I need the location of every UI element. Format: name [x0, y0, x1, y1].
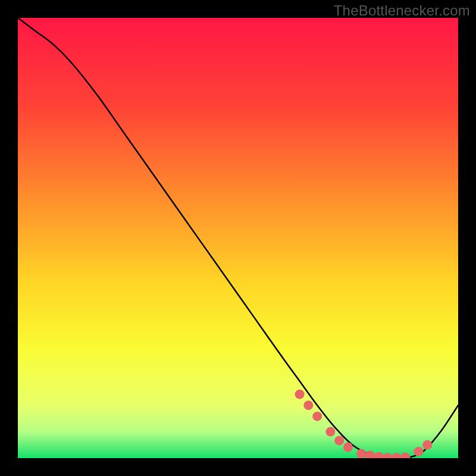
curve-marker [325, 427, 335, 437]
curve-marker [414, 447, 423, 456]
curve-marker [295, 390, 305, 399]
curve-marker [303, 400, 313, 410]
curve-marker [334, 436, 344, 445]
chart-frame: TheBottlenecker.com [0, 0, 476, 476]
plot-area [18, 18, 458, 458]
bottleneck-curve-chart [18, 18, 458, 458]
curve-marker [343, 443, 353, 452]
watermark-text: TheBottlenecker.com [334, 2, 470, 19]
curve-marker [422, 440, 432, 450]
curve-marker [312, 412, 322, 421]
gradient-background [18, 18, 458, 458]
curve-marker [356, 449, 366, 458]
